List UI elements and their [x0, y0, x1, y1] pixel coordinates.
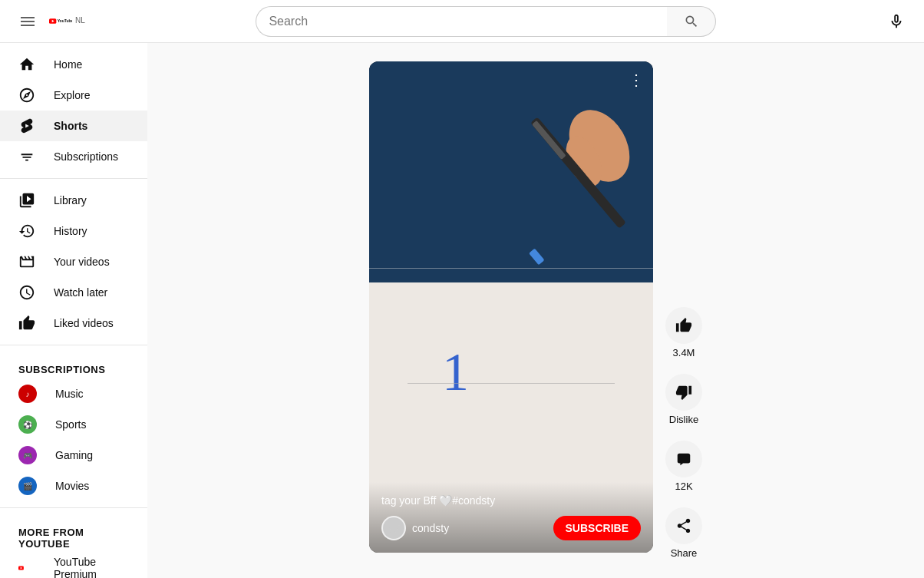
- sidebar-item-home[interactable]: Home: [0, 49, 147, 80]
- search-input[interactable]: [256, 6, 667, 37]
- watch-later-icon: [18, 284, 35, 301]
- dislike-label: Dislike: [669, 414, 698, 425]
- sidebar-item-yt-premium-label: YouTube Premium: [54, 556, 129, 578]
- liked-videos-icon: [18, 315, 35, 332]
- channel-info: condsty: [381, 516, 449, 540]
- svg-rect-0: [21, 17, 35, 18]
- shorts-player-area: 1 ⋮ tag your Bff 🤍#condsty condsty SUB: [369, 61, 702, 560]
- menu-button[interactable]: [12, 6, 43, 37]
- sidebar-item-subscriptions[interactable]: Subscriptions: [0, 141, 147, 172]
- more-options-button[interactable]: ⋮: [629, 71, 644, 89]
- subscribe-button[interactable]: SUBSCRIBE: [553, 516, 641, 540]
- library-icon: [18, 192, 35, 209]
- svg-rect-2: [21, 25, 35, 26]
- sidebar-item-gaming[interactable]: 🎮 Gaming: [0, 440, 147, 471]
- comment-count: 12K: [675, 481, 692, 492]
- sidebar-item-movies-label: Movies: [55, 480, 89, 492]
- youtube-logo-icon: YouTube: [49, 13, 72, 29]
- history-icon: [18, 223, 35, 239]
- share-label: Share: [671, 547, 698, 559]
- main-content: 1 ⋮ tag your Bff 🤍#condsty condsty SUB: [147, 43, 924, 578]
- sidebar-item-history[interactable]: History: [0, 216, 147, 246]
- sidebar-item-sports[interactable]: ⚽ Sports: [0, 409, 147, 440]
- svg-rect-1: [21, 21, 35, 22]
- subscriptions-section-title: SUBSCRIPTIONS: [0, 352, 147, 378]
- dislike-button[interactable]: Dislike: [665, 374, 702, 425]
- like-button[interactable]: 3.4M: [665, 307, 702, 358]
- sidebar-item-explore-label: Explore: [54, 89, 90, 101]
- dislike-icon-circle: [665, 374, 702, 411]
- svg-text:YouTube: YouTube: [58, 18, 72, 23]
- hamburger-icon: [21, 17, 35, 26]
- channel-name: condsty: [412, 522, 449, 534]
- sidebar-item-library[interactable]: Library: [0, 185, 147, 216]
- header: YouTube NL: [0, 0, 924, 43]
- sidebar-section-more: MORE FROM YOUTUBE YouTube Premium Movies…: [0, 508, 147, 578]
- sidebar-item-history-label: History: [54, 225, 87, 237]
- hand-pen-illustration: [415, 84, 653, 330]
- sports-avatar: ⚽: [18, 415, 37, 434]
- sidebar-item-liked-videos-label: Liked videos: [54, 317, 114, 329]
- sidebar-item-liked-videos[interactable]: Liked videos: [0, 308, 147, 339]
- explore-icon: [18, 87, 35, 104]
- like-icon-circle: [665, 307, 702, 344]
- subscriptions-icon: [18, 148, 35, 165]
- music-avatar: ♪: [18, 385, 37, 403]
- shorts-video-container: 1 ⋮ tag your Bff 🤍#condsty condsty SUB: [369, 61, 653, 553]
- search-button[interactable]: [667, 6, 716, 37]
- your-videos-icon: [18, 253, 35, 270]
- sidebar-section-library: Library History Your videos Watch later …: [0, 179, 147, 345]
- sidebar-item-yt-premium[interactable]: YouTube Premium: [0, 553, 147, 578]
- sidebar-item-music-label: Music: [55, 388, 84, 400]
- share-button[interactable]: Share: [665, 507, 702, 559]
- home-icon: [18, 56, 35, 73]
- microphone-icon: [888, 13, 905, 30]
- country-code: NL: [75, 16, 85, 25]
- sidebar-item-watch-later[interactable]: Watch later: [0, 277, 147, 308]
- sidebar-item-shorts-label: Shorts: [54, 120, 87, 132]
- sidebar-item-gaming-label: Gaming: [55, 449, 93, 461]
- sidebar-item-home-label: Home: [54, 58, 82, 71]
- search-area: [256, 6, 716, 37]
- video-caption: tag your Bff 🤍#condsty: [381, 494, 641, 507]
- sidebar-item-subscriptions-label: Subscriptions: [54, 150, 118, 163]
- shorts-icon: [18, 117, 35, 134]
- more-section-title: MORE FROM YOUTUBE: [0, 514, 147, 553]
- comment-icon-circle: [665, 441, 702, 477]
- video-channel: condsty SUBSCRIBE: [381, 516, 641, 540]
- video-overlay: tag your Bff 🤍#condsty condsty SUBSCRIBE: [369, 482, 653, 553]
- paper-line: [408, 383, 615, 384]
- sidebar-item-library-label: Library: [54, 194, 87, 206]
- yt-premium-icon: [18, 560, 35, 576]
- shorts-actions: 3.4M Dislike 12K: [665, 61, 702, 559]
- comment-icon: [675, 451, 692, 467]
- svg-rect-13: [529, 249, 545, 266]
- drawn-number: 1: [442, 345, 469, 399]
- svg-rect-12: [532, 121, 566, 160]
- sidebar: Home Explore Shorts Subscriptions: [0, 43, 147, 578]
- comment-button[interactable]: 12K: [665, 441, 702, 492]
- sidebar-item-sports-label: Sports: [55, 418, 86, 431]
- sidebar-item-your-videos-label: Your videos: [54, 256, 110, 268]
- share-icon: [675, 517, 692, 534]
- sidebar-item-your-videos[interactable]: Your videos: [0, 246, 147, 277]
- thumbs-up-icon: [675, 317, 692, 334]
- movies-avatar: 🎬: [18, 477, 37, 495]
- sidebar-item-watch-later-label: Watch later: [54, 286, 107, 299]
- channel-avatar: [381, 516, 406, 540]
- sidebar-item-explore[interactable]: Explore: [0, 80, 147, 111]
- search-icon: [684, 14, 699, 29]
- share-icon-circle: [665, 507, 702, 544]
- sidebar-item-music[interactable]: ♪ Music: [0, 378, 147, 409]
- voice-search-button[interactable]: [881, 6, 912, 37]
- like-count: 3.4M: [673, 347, 695, 358]
- thumbs-down-icon: [675, 384, 692, 401]
- gaming-avatar: 🎮: [18, 446, 37, 464]
- sidebar-section-main: Home Explore Shorts Subscriptions: [0, 43, 147, 179]
- sidebar-section-subscriptions: SUBSCRIPTIONS ♪ Music ⚽ Sports 🎮 Gaming …: [0, 345, 147, 508]
- sidebar-item-shorts[interactable]: Shorts: [0, 111, 147, 141]
- sidebar-item-movies[interactable]: 🎬 Movies: [0, 471, 147, 501]
- logo-link[interactable]: YouTube NL: [49, 13, 85, 29]
